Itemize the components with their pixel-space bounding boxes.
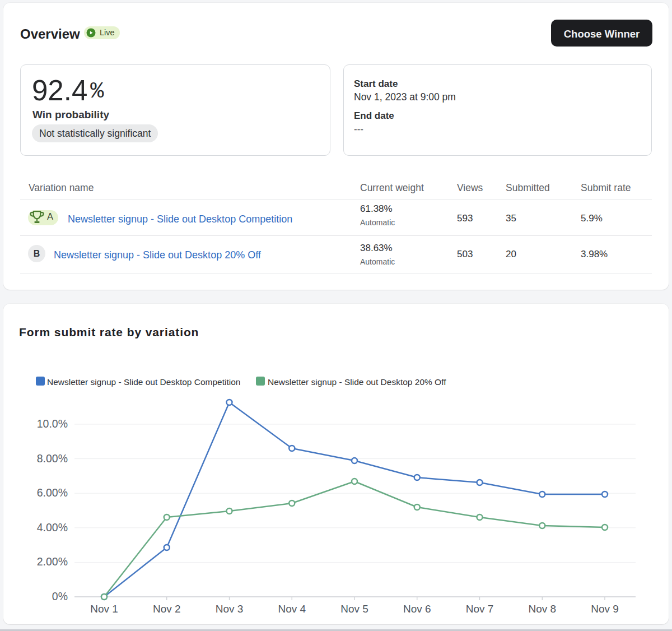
svg-text:2.00%: 2.00% bbox=[37, 555, 68, 568]
svg-text:Nov 7: Nov 7 bbox=[466, 603, 494, 615]
svg-text:Nov 4: Nov 4 bbox=[278, 603, 306, 615]
svg-text:8.00%: 8.00% bbox=[37, 452, 68, 465]
svg-text:Nov 1: Nov 1 bbox=[90, 603, 118, 615]
svg-text:Nov 5: Nov 5 bbox=[340, 603, 368, 615]
svg-text:Nov 9: Nov 9 bbox=[591, 603, 619, 615]
svg-text:10.0%: 10.0% bbox=[37, 417, 68, 430]
svg-text:Nov 8: Nov 8 bbox=[528, 603, 556, 615]
svg-text:6.00%: 6.00% bbox=[37, 486, 68, 499]
svg-text:Nov 6: Nov 6 bbox=[403, 603, 431, 615]
svg-text:Nov 2: Nov 2 bbox=[153, 603, 181, 615]
svg-text:0%: 0% bbox=[52, 590, 68, 602]
svg-text:Nov 3: Nov 3 bbox=[216, 603, 244, 615]
svg-text:4.00%: 4.00% bbox=[37, 521, 68, 533]
